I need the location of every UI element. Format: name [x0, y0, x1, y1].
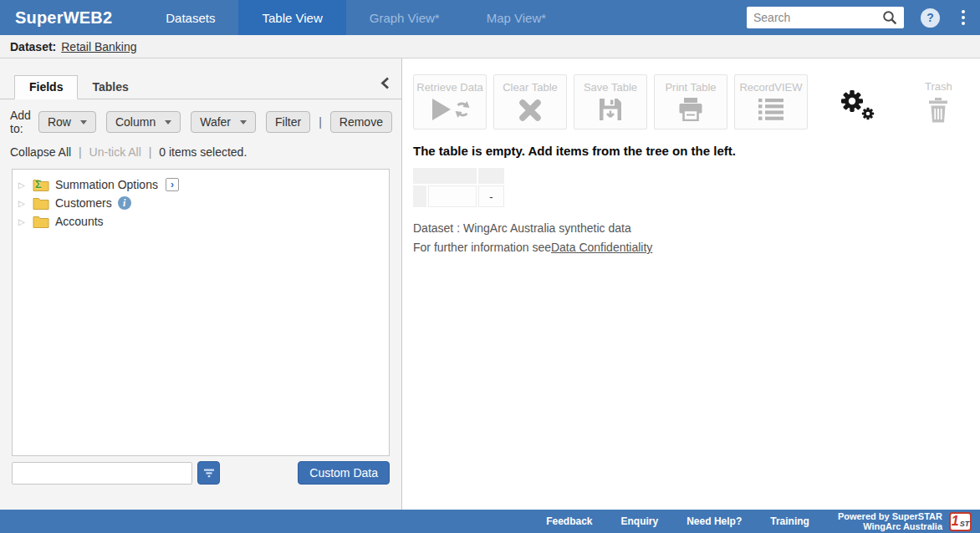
caret-right-icon[interactable]: ▷	[18, 217, 27, 226]
record-list-icon	[758, 98, 784, 124]
help-button[interactable]: ?	[921, 8, 940, 28]
tree-item-customers[interactable]: ▷ Customers i	[17, 194, 385, 212]
save-table-button[interactable]: Save Table	[574, 74, 647, 129]
nav-tab-graph-view[interactable]: Graph View*	[346, 0, 463, 35]
left-panel: Fields Tables Add to: Row Column	[0, 58, 402, 510]
sigma-icon: Σ	[35, 179, 42, 190]
search-input[interactable]	[753, 11, 882, 24]
tab-fields[interactable]: Fields	[14, 75, 78, 99]
column-dropdown[interactable]: Column	[106, 111, 181, 133]
main-area: Fields Tables Add to: Row Column	[0, 58, 980, 510]
footer-link-need-help[interactable]: Need Help?	[687, 515, 742, 527]
tab-tables[interactable]: Tables	[78, 76, 142, 99]
collapse-all-link[interactable]: Collapse All	[10, 145, 71, 159]
retrieve-data-button[interactable]: Retrieve Data	[413, 74, 487, 129]
info-icon[interactable]: i	[118, 196, 131, 210]
folder-icon	[33, 215, 49, 228]
table-row-header-cell	[413, 185, 426, 207]
trash-icon	[928, 98, 948, 125]
brand-logo: SuperWEB2	[0, 0, 127, 35]
tree-filter-row: Custom Data	[12, 461, 390, 485]
clear-table-button[interactable]: Clear Table	[493, 74, 567, 129]
filter-button[interactable]: Filter	[266, 111, 310, 133]
dataset-link[interactable]: Retail Banking	[61, 40, 136, 53]
gears-icon	[840, 89, 876, 120]
info-line: For further information seeData Confiden…	[413, 241, 980, 254]
dataset-label: Dataset:	[10, 40, 56, 53]
powered-by-text: Powered by SuperSTAR WingArc Australia	[838, 511, 942, 531]
clear-x-icon	[518, 98, 543, 125]
data-confidentiality-link[interactable]: Data Confidentiality	[551, 241, 652, 254]
empty-table: -	[413, 168, 980, 207]
info-prefix: For further information see	[413, 241, 551, 254]
row-dropdown[interactable]: Row	[38, 111, 96, 133]
search-box[interactable]	[747, 7, 904, 28]
tree-item-summation-options[interactable]: ▷ Σ Summation Options ›	[17, 175, 385, 194]
table-toolbar: Retrieve Data Clear Table	[413, 58, 980, 129]
add-to-label: Add to:	[10, 109, 31, 135]
trash-button[interactable]: Trash	[925, 74, 952, 125]
table-view-panel: Retrieve Data Clear Table	[402, 58, 980, 510]
chevron-down-icon	[80, 120, 87, 124]
search-icon[interactable]	[882, 10, 897, 25]
recordview-button[interactable]: RecordVIEW	[734, 74, 808, 129]
custom-data-button[interactable]: Custom Data	[298, 461, 390, 485]
table-header-cell	[413, 168, 477, 184]
footer-link-feedback[interactable]: Feedback	[546, 515, 592, 527]
question-icon: ?	[926, 11, 934, 24]
print-table-button[interactable]: Print Table	[654, 74, 727, 129]
play-refresh-icon	[430, 98, 470, 124]
table-cell	[428, 185, 477, 207]
field-tree: ▷ Σ Summation Options › ▷	[12, 169, 390, 456]
wafer-dropdown[interactable]: Wafer	[191, 111, 256, 133]
tree-item-label[interactable]: Summation Options	[55, 178, 158, 191]
drill-arrow-button[interactable]: ›	[166, 178, 179, 191]
superstar-logo: 1ST	[949, 512, 972, 531]
chevron-right-icon: ›	[171, 180, 174, 190]
dataset-bar: Dataset: Retail Banking	[0, 35, 980, 58]
summation-folder-icon: Σ	[33, 178, 49, 191]
tree-filter-input[interactable]	[12, 462, 192, 485]
save-floppy-icon	[599, 98, 622, 124]
add-to-row: Add to: Row Column Wafer Filter | Remove	[0, 99, 401, 140]
table-header-cell	[478, 168, 504, 184]
tree-item-accounts[interactable]: ▷ Accounts	[17, 212, 385, 231]
untick-all-link[interactable]: Un-tick All	[89, 145, 141, 159]
caret-right-icon[interactable]: ▷	[18, 180, 27, 190]
nav-tab-datasets[interactable]: Datasets	[142, 0, 238, 35]
folder-icon	[33, 196, 49, 210]
tree-item-label[interactable]: Customers	[55, 196, 112, 210]
navbar: SuperWEB2 Datasets Table View Graph View…	[0, 0, 980, 35]
table-cell-dash: -	[478, 185, 504, 207]
chevron-down-icon	[165, 120, 171, 124]
table-options-button[interactable]	[840, 89, 876, 124]
nav-tab-table-view[interactable]: Table View	[238, 0, 345, 35]
tree-item-label[interactable]: Accounts	[55, 215, 104, 228]
filter-icon	[203, 468, 215, 478]
empty-table-message: The table is empty. Add items from the t…	[413, 144, 980, 158]
superweb2-app: SuperWEB2 Datasets Table View Graph View…	[0, 0, 980, 533]
printer-icon	[678, 98, 703, 124]
caret-right-icon[interactable]: ▷	[18, 199, 27, 208]
left-tab-strip: Fields Tables	[0, 75, 401, 99]
tree-filter-button[interactable]	[197, 461, 220, 485]
items-selected-text: 0 items selected.	[159, 145, 247, 159]
separator: |	[319, 115, 322, 129]
remove-button[interactable]: Remove	[330, 111, 392, 133]
overflow-menu-icon[interactable]	[958, 7, 968, 28]
navbar-right: ?	[747, 0, 980, 35]
footer: Feedback Enquiry Need Help? Training Pow…	[0, 510, 980, 533]
tree-actions-row: Collapse All | Un-tick All | 0 items sel…	[0, 140, 401, 159]
chevron-left-icon	[380, 77, 390, 89]
footer-link-enquiry[interactable]: Enquiry	[621, 515, 659, 527]
footer-link-training[interactable]: Training	[770, 515, 809, 527]
collapse-panel-button[interactable]	[380, 77, 390, 93]
dataset-note: Dataset : WingArc Australia synthetic da…	[413, 221, 980, 235]
chevron-down-icon	[240, 120, 247, 124]
nav-tab-map-view[interactable]: Map View*	[463, 0, 569, 35]
